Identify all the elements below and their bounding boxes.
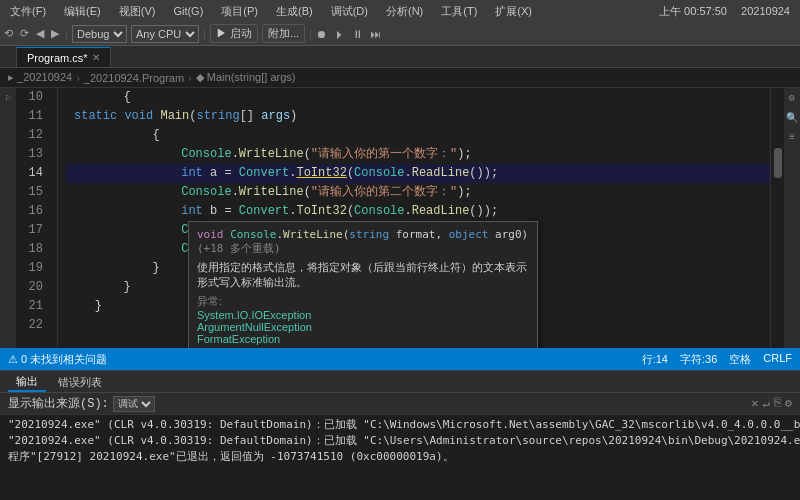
- status-bar: ⚠ 0 未找到相关问题 行:14 字符:36 空格 CRLF: [0, 348, 800, 370]
- menu-bar: 文件(F) 编辑(E) 视图(V) Git(G) 项目(P) 生成(B) 调试(…: [0, 0, 800, 22]
- copy-icon[interactable]: ⎘: [774, 396, 781, 411]
- tooltip-method: WriteLine: [283, 228, 343, 241]
- right-scrollbar[interactable]: [770, 88, 784, 348]
- output-panel: 输出 错误列表 显示输出来源(S): 调试 ✕ ↵ ⎘ ⚙ "20210924.…: [0, 370, 800, 500]
- bc-sep1: ›: [76, 72, 80, 84]
- right-icon-2[interactable]: 🔍: [786, 112, 798, 124]
- breadcrumb: ▸ _20210924 › _20210924.Program › ◆ Main…: [0, 68, 800, 88]
- toolbar: ⟲ ⟳ ◀ ▶ | Debug Any CPU | ▶ 启动 附加... | ⏺…: [0, 22, 800, 46]
- ln-16: 16: [16, 202, 49, 221]
- code-line-15: Console.WriteLine("请输入你的第二个数字：");: [66, 183, 770, 202]
- tooltip-exc-3: FormatException: [197, 333, 280, 345]
- code-area[interactable]: { static void Main(string[] args) { Cons…: [58, 88, 770, 348]
- ln-17: 17: [16, 221, 49, 240]
- menu-tools[interactable]: 工具(T): [437, 2, 481, 21]
- status-warnings[interactable]: ⚠ 0 未找到相关问题: [8, 352, 107, 367]
- bc-namespace[interactable]: _20210924.Program: [84, 72, 184, 84]
- tooltip-overload-count: (+18 多个重载): [197, 242, 281, 255]
- toolbar-icons: ⟲ ⟳ ◀ ▶: [4, 27, 61, 40]
- config-dropdown[interactable]: Debug: [72, 25, 127, 43]
- tooltip-void: void: [197, 228, 230, 241]
- menu-analyze[interactable]: 分析(N): [382, 2, 427, 21]
- left-panel: ⚐: [0, 88, 16, 348]
- menu-git[interactable]: Git(G): [169, 3, 207, 19]
- menu-file[interactable]: 文件(F): [6, 2, 50, 21]
- tooltip-param-type2: object: [449, 228, 489, 241]
- ln-18: 18: [16, 240, 49, 259]
- tooltip-exceptions-label: 异常: System.IO.IOException ArgumentNullEx…: [197, 294, 529, 345]
- output-source-select[interactable]: 调试: [113, 396, 155, 412]
- output-toolbar-icons: ✕ ↵ ⎘ ⚙: [751, 396, 792, 411]
- ln-19: 19: [16, 259, 49, 278]
- editor-container: ⚐ 10 11 12 13 14 15 16 17 18 19 20 21 22…: [0, 88, 800, 348]
- bc-project[interactable]: ▸ _20210924: [8, 71, 72, 84]
- status-spaces: 空格: [729, 352, 751, 367]
- output-line-1: "20210924.exe" (CLR v4.0.30319: DefaultD…: [8, 417, 792, 433]
- tab-bar: Program.cs* ✕: [0, 46, 800, 68]
- ln-22: 22: [16, 316, 49, 335]
- clear-icon[interactable]: ✕: [751, 396, 758, 411]
- output-content: "20210924.exe" (CLR v4.0.30319: DefaultD…: [0, 415, 800, 500]
- scrollbar-thumb[interactable]: [774, 148, 782, 178]
- ln-14: 14: [16, 164, 49, 183]
- ln-10: 10: [16, 88, 49, 107]
- status-encoding: CRLF: [763, 352, 792, 367]
- ln-13: 13: [16, 145, 49, 164]
- code-line-16: int b = Convert.ToInt32(Console.ReadLine…: [66, 202, 770, 221]
- bc-sep2: ›: [188, 72, 192, 84]
- status-line: 行:14: [642, 352, 668, 367]
- tooltip-console: Console: [230, 228, 276, 241]
- ln-20: 20: [16, 278, 49, 297]
- output-source-label: 显示输出来源(S):: [8, 395, 109, 412]
- menu-project[interactable]: 项目(P): [217, 2, 262, 21]
- tooltip-signature: void Console.WriteLine(string format, ob…: [197, 228, 529, 256]
- tab-program-cs[interactable]: Program.cs* ✕: [16, 47, 111, 67]
- bc-method[interactable]: ◆ Main(string[] args): [196, 71, 296, 84]
- ln-11: 11: [16, 107, 49, 126]
- output-tab-errors[interactable]: 错误列表: [50, 372, 110, 392]
- ln-12: 12: [16, 126, 49, 145]
- code-line-13: Console.WriteLine("请输入你的第一个数字：");: [66, 145, 770, 164]
- tooltip-description: 使用指定的格式信息，将指定对象（后跟当前行终止符）的文本表示形式写入标准输出流。: [197, 260, 529, 290]
- tab-label: Program.cs*: [27, 52, 88, 64]
- output-line-3: 程序"[27912] 20210924.exe"已退出，返回值为 -107374…: [8, 449, 792, 465]
- code-line-12: {: [66, 126, 770, 145]
- right-icon-1[interactable]: ⚙: [789, 92, 795, 104]
- line-numbers: 10 11 12 13 14 15 16 17 18 19 20 21 22: [16, 88, 58, 348]
- attach-button[interactable]: 附加...: [262, 24, 305, 43]
- ln-21: 21: [16, 297, 49, 316]
- menu-view[interactable]: 视图(V): [115, 2, 160, 21]
- platform-dropdown[interactable]: Any CPU: [131, 25, 199, 43]
- ln-15: 15: [16, 183, 49, 202]
- tab-close-button[interactable]: ✕: [92, 52, 100, 63]
- menu-extensions[interactable]: 扩展(X): [491, 2, 536, 21]
- run-button[interactable]: ▶ 启动: [210, 24, 258, 43]
- clock: 上午 00:57:50 20210924: [655, 4, 794, 19]
- status-col: 字符:36: [680, 352, 717, 367]
- tooltip-panel: void Console.WriteLine(string format, ob…: [188, 221, 538, 348]
- tooltip-param-type: string: [349, 228, 389, 241]
- tooltip-exc-1: System.IO.IOException: [197, 309, 311, 321]
- output-line-2: "20210924.exe" (CLR v4.0.30319: DefaultD…: [8, 433, 792, 449]
- tooltip-exc-2: ArgumentNullException: [197, 321, 312, 333]
- right-icon-3[interactable]: ≡: [789, 132, 795, 143]
- output-tabs: 输出 错误列表: [0, 371, 800, 393]
- code-line-10: {: [66, 88, 770, 107]
- right-icons-panel: ⚙ 🔍 ≡: [784, 88, 800, 348]
- menu-edit[interactable]: 编辑(E): [60, 2, 105, 21]
- status-right: 行:14 字符:36 空格 CRLF: [642, 352, 792, 367]
- menu-debug[interactable]: 调试(D): [327, 2, 372, 21]
- output-tab-output[interactable]: 输出: [8, 372, 46, 392]
- left-icon: ⚐: [5, 92, 11, 104]
- menu-build[interactable]: 生成(B): [272, 2, 317, 21]
- output-toolbar: 显示输出来源(S): 调试 ✕ ↵ ⎘ ⚙: [0, 393, 800, 415]
- code-line-11: static void Main(string[] args): [66, 107, 770, 126]
- toolbar-debug-icons: ⏺ ⏵ ⏸ ⏭: [316, 28, 383, 40]
- settings-icon[interactable]: ⚙: [785, 396, 792, 411]
- code-line-14: int a = Convert.ToInt32(Console.ReadLine…: [66, 164, 770, 183]
- wrap-icon[interactable]: ↵: [763, 396, 770, 411]
